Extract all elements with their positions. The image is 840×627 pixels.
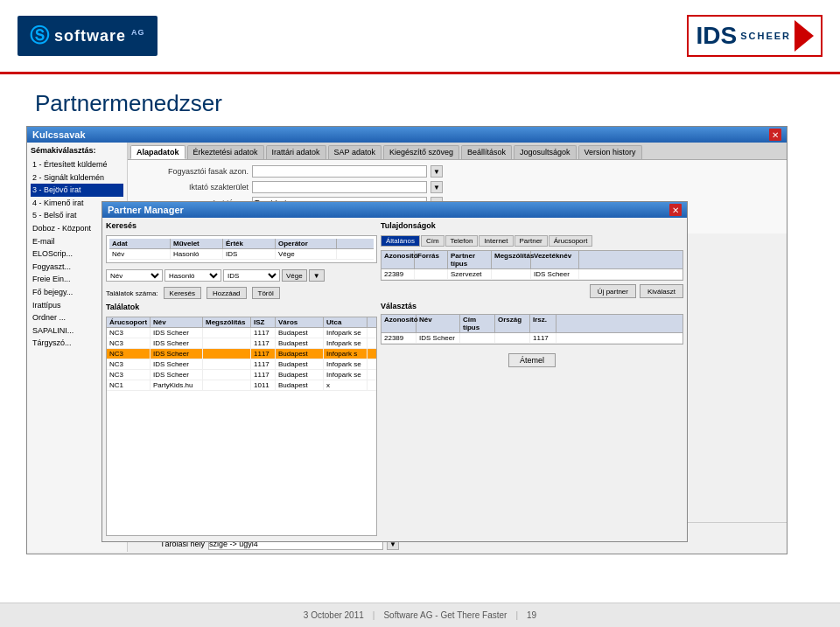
pm-ph-azonosito: Azonosító [382, 251, 415, 268]
pm-search-row-1: Név Hasonló IDS Vége [109, 249, 374, 260]
pm-tab-cim[interactable]: Cím [421, 235, 444, 247]
pm-search-td-ids: IDS [223, 249, 276, 259]
scheer-arrow-icon [794, 20, 814, 52]
pm-ph-forras: Forrás [415, 251, 448, 268]
tab-kiegeszito[interactable]: Kiegészítő szöveg [383, 145, 459, 159]
pm-search-td-vege: Vége [276, 249, 337, 259]
tabs-row: Alapadatok Érkeztetési adatok Irattári a… [128, 143, 787, 160]
pm-tab-internet[interactable]: Internet [479, 235, 513, 247]
tab-irattari[interactable]: Irattári adatok [266, 145, 326, 159]
pm-filter-vege-button[interactable]: Vége [282, 269, 307, 282]
pm-talalatok-header: Árucsoport Név Megszólítás ISZ Város Utc… [107, 317, 376, 328]
form-row-2: Iktató szakterület ▼ [135, 181, 780, 193]
form-label-fogyasztoi: Fogyasztói fasak azon. [135, 167, 248, 176]
form-label-iktato: Iktató szakterület [135, 183, 248, 192]
pm-titlebar: Partner Manager ✕ [102, 202, 687, 218]
pm-search-th-operator: Operátor [276, 239, 337, 248]
pm-filter-arrow-button[interactable]: ▼ [309, 269, 325, 282]
pm-search-th-adat: Adat [109, 239, 171, 248]
pm-count-row: Találatok száma: Keresés Hozzáad Töröl [106, 287, 377, 299]
pm-torol-button[interactable]: Töröl [252, 287, 280, 299]
pm-search-header: Adat Művelet Érték Operátor [109, 239, 374, 249]
pm-tab-arucsoport[interactable]: Árucsoport [549, 235, 593, 247]
partner-manager-window: Partner Manager ✕ Keresés Adat Művelet [102, 201, 688, 542]
pm-tab-altalanos[interactable]: Általános [381, 235, 420, 247]
pm-search-title: Keresés [106, 221, 377, 230]
software-ag-s-icon: Ⓢ [30, 23, 49, 49]
pm-search-td-nev: Név [109, 249, 171, 259]
pm-right-panel: Tulajdonságok Általános Cím Telefon Inte… [381, 221, 683, 536]
tab-sap[interactable]: SAP adatok [328, 145, 382, 159]
pm-filter-col2[interactable]: Hasonló [164, 269, 221, 282]
pm-tab-partner[interactable]: Partner [514, 235, 548, 247]
schema-item-3[interactable]: 3 - Bejövő irat [31, 184, 123, 197]
pm-close-button[interactable]: ✕ [669, 204, 682, 216]
tab-beallitasok[interactable]: Beállítások [461, 145, 512, 159]
main-content: Kulcssavak ✕ Sémakiválasztás: 1 - Értesí… [0, 126, 840, 554]
tab-erkeztetesi[interactable]: Érkeztetési adatok [187, 145, 264, 159]
pm-filter-col1[interactable]: Név [106, 269, 163, 282]
pm-body: Keresés Adat Művelet Érték Operátor [102, 218, 687, 540]
tab-jogosultsagok[interactable]: Jogosultságok [514, 145, 577, 159]
outer-window-body: Sémakiválasztás: 1 - Értesített küldemé … [27, 143, 787, 552]
logo-ids-scheer: IDS SCHEER [687, 15, 822, 57]
table-row[interactable]: NC3 IDS Scheer 1117 Budapest Infopark se [107, 370, 376, 380]
schema-item-2[interactable]: 2 - Signált küldemén [31, 171, 123, 185]
pm-vh-irsz: Irsz. [530, 315, 556, 332]
pm-vh-azonosito: Azonosító [382, 315, 416, 332]
pm-valasztas-row-1[interactable]: 22389 IDS Scheer 1117 [382, 333, 682, 344]
form-row-1: Fogyasztói fasak azon. ▼ [135, 165, 780, 178]
pm-kereses-button[interactable]: Keresés [164, 287, 201, 299]
ids-text: IDS [696, 24, 737, 48]
pm-hozzaad-button[interactable]: Hozzáad [206, 287, 247, 299]
footer-bar: 3 October 2011 | Software AG - Get There… [0, 603, 840, 627]
pm-tab-telefon[interactable]: Telefon [445, 235, 479, 247]
pm-ph-partner-tipus: Partner típus [448, 251, 492, 268]
pm-props-tabs: Általános Cím Telefon Internet Partner Á… [381, 235, 683, 247]
pm-filter-col3[interactable]: IDS [223, 269, 280, 282]
pm-search-panel: Keresés Adat Művelet Érték Operátor [106, 221, 377, 536]
software-ag-text: software AG [54, 27, 145, 45]
table-row[interactable]: NC1 PartyKids.hu 1011 Budapest x [107, 380, 376, 391]
right-panel-form: Alapadatok Érkeztetési adatok Irattári a… [128, 143, 787, 552]
pm-col-arucsoport: Árucsoport [107, 317, 150, 327]
outer-window-title: Kulcssavak [32, 129, 86, 140]
tab-version[interactable]: Version history [578, 145, 642, 159]
outer-window-close-button[interactable]: ✕ [769, 129, 781, 141]
pm-props-table: Azonosító Forrás Partner típus Megszólít… [381, 250, 683, 281]
pm-talalatok-title: Találatok [106, 303, 377, 311]
pm-search-table-area: Adat Művelet Érték Operátor Név Hasonló … [106, 235, 377, 263]
pm-vh-orszag: Ország [495, 315, 530, 332]
pm-col-utca: Utca [324, 317, 368, 327]
table-row[interactable]: NC3 IDS Scheer 1117 Budapest Infopark se [107, 359, 376, 370]
pm-props-row-1[interactable]: 22389 Szervezet IDS Scheer [382, 269, 682, 280]
pm-col-varos: Város [276, 317, 324, 327]
pm-col-megszolitas: Megszólítás [203, 317, 251, 327]
pm-col-nev: Név [150, 317, 203, 327]
pm-title: Partner Manager [108, 205, 184, 215]
logo-software-ag: Ⓢ software AG [18, 16, 158, 56]
outer-window-titlebar: Kulcssavak ✕ [27, 127, 787, 143]
form-input-iktato[interactable] [252, 181, 427, 193]
pm-partner-buttons: Új partner Kiválaszt [381, 284, 683, 298]
form-dropdown-fogyasztoi[interactable]: ▼ [430, 165, 443, 178]
table-row-highlighted[interactable]: NC3 IDS Scheer 1117 Budapest Infopark s [107, 349, 376, 359]
scheer-block: SCHEER [740, 31, 791, 41]
pm-ph-vezeteknev: Vezetéknév [531, 251, 579, 268]
pm-atemel-button[interactable]: Átemel [508, 353, 556, 367]
header: Ⓢ software AG IDS SCHEER [0, 0, 840, 74]
schema-item-1[interactable]: 1 - Értesített küldemé [31, 158, 123, 171]
pm-filter-row: Név Hasonló IDS Vége ▼ [106, 269, 377, 282]
form-dropdown-iktato[interactable]: ▼ [430, 181, 443, 193]
pm-uj-partner-button[interactable]: Új partner [590, 284, 636, 298]
pm-valasztas-table: Azonosító Név Cím típus Ország Irsz. 223… [381, 314, 683, 345]
pm-search-th-muvelet: Művelet [171, 239, 223, 248]
tab-alapadatok[interactable]: Alapadatok [130, 145, 186, 159]
footer-company: Software AG - Get There Faster [383, 610, 507, 620]
table-row[interactable]: NC3 IDS Scheer 1117 Budapest Infopark se [107, 328, 376, 338]
pm-kivalaszt-button[interactable]: Kiválaszt [640, 284, 683, 298]
pm-vh-nev: Név [416, 315, 460, 332]
table-row[interactable]: NC3 IDS Scheer 1117 Budapest Infopark se [107, 338, 376, 349]
form-input-fogyasztoi[interactable] [252, 165, 427, 178]
pm-col-isz: ISZ [251, 317, 276, 327]
